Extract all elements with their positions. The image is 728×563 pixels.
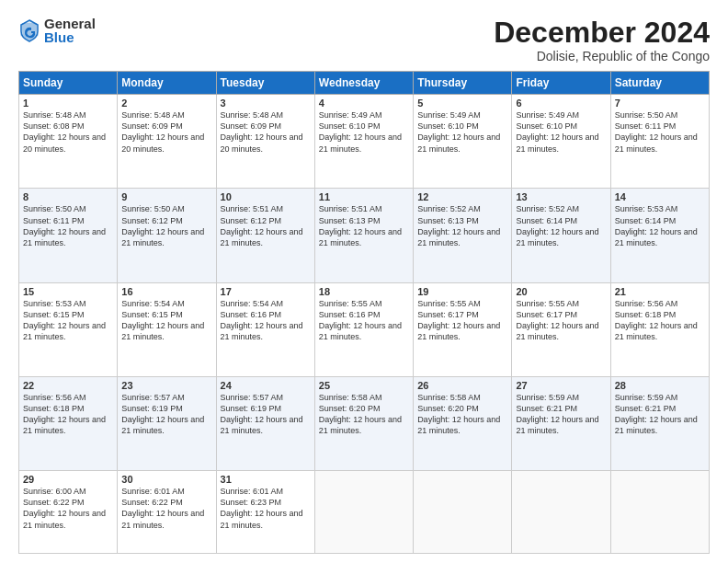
calendar-day-header: Wednesday — [314, 72, 413, 95]
day-info: Sunrise: 5:50 AMSunset: 6:11 PMDaylight:… — [23, 204, 106, 247]
day-info: Sunrise: 5:53 AMSunset: 6:14 PMDaylight:… — [615, 204, 698, 247]
day-number: 7 — [615, 98, 705, 109]
day-number: 24 — [221, 380, 311, 391]
calendar-day-header: Monday — [118, 72, 216, 95]
day-number: 8 — [23, 191, 113, 202]
day-number: 10 — [221, 191, 311, 202]
logo-text: General Blue — [44, 17, 96, 44]
day-info: Sunrise: 5:58 AMSunset: 6:20 PMDaylight:… — [319, 393, 402, 435]
calendar-cell: 8 Sunrise: 5:50 AMSunset: 6:11 PMDayligh… — [19, 189, 118, 282]
day-info: Sunrise: 5:56 AMSunset: 6:18 PMDaylight:… — [23, 393, 106, 435]
day-number: 28 — [615, 380, 705, 391]
calendar-cell: 1 Sunrise: 5:48 AMSunset: 6:08 PMDayligh… — [19, 95, 118, 189]
day-info: Sunrise: 5:58 AMSunset: 6:20 PMDaylight:… — [417, 393, 500, 435]
day-number: 6 — [516, 98, 606, 109]
day-number: 12 — [417, 191, 507, 202]
calendar-cell: 24 Sunrise: 5:57 AMSunset: 6:19 PMDaylig… — [216, 376, 314, 470]
day-info: Sunrise: 5:50 AMSunset: 6:11 PMDaylight:… — [615, 110, 698, 153]
calendar-cell: 9 Sunrise: 5:50 AMSunset: 6:12 PMDayligh… — [118, 189, 216, 282]
day-number: 22 — [23, 380, 113, 391]
day-number: 14 — [615, 191, 705, 202]
calendar-day-header: Thursday — [414, 72, 512, 95]
logo-general: General — [44, 17, 96, 30]
day-info: Sunrise: 5:54 AMSunset: 6:16 PMDaylight:… — [221, 299, 303, 341]
day-info: Sunrise: 5:50 AMSunset: 6:12 PMDaylight:… — [121, 204, 204, 247]
day-number: 29 — [23, 474, 113, 485]
day-info: Sunrise: 5:49 AMSunset: 6:10 PMDaylight:… — [516, 110, 598, 153]
calendar-week-row: 22 Sunrise: 5:56 AMSunset: 6:18 PMDaylig… — [19, 376, 710, 470]
logo: General Blue — [18, 17, 96, 44]
day-info: Sunrise: 6:00 AMSunset: 6:22 PMDaylight:… — [23, 487, 106, 529]
calendar-day-header: Tuesday — [216, 72, 314, 95]
calendar-cell: 26 Sunrise: 5:58 AMSunset: 6:20 PMDaylig… — [414, 376, 512, 470]
day-number: 13 — [516, 191, 606, 202]
day-number: 3 — [221, 98, 311, 109]
day-number: 20 — [516, 286, 606, 297]
calendar-cell: 11 Sunrise: 5:51 AMSunset: 6:13 PMDaylig… — [314, 189, 413, 282]
calendar-cell: 28 Sunrise: 5:59 AMSunset: 6:21 PMDaylig… — [610, 376, 709, 470]
logo-icon — [18, 17, 40, 43]
calendar-cell — [414, 471, 512, 554]
day-number: 25 — [319, 380, 409, 391]
day-info: Sunrise: 5:55 AMSunset: 6:16 PMDaylight:… — [319, 299, 402, 341]
title-block: December 2024 Dolisie, Republic of the C… — [494, 17, 710, 63]
day-info: Sunrise: 5:52 AMSunset: 6:14 PMDaylight:… — [516, 204, 598, 247]
day-info: Sunrise: 5:59 AMSunset: 6:21 PMDaylight:… — [615, 393, 698, 435]
day-info: Sunrise: 6:01 AMSunset: 6:22 PMDaylight:… — [121, 487, 204, 529]
calendar-cell: 29 Sunrise: 6:00 AMSunset: 6:22 PMDaylig… — [19, 471, 118, 554]
calendar-cell: 18 Sunrise: 5:55 AMSunset: 6:16 PMDaylig… — [314, 282, 413, 376]
calendar-cell: 7 Sunrise: 5:50 AMSunset: 6:11 PMDayligh… — [610, 95, 709, 189]
day-info: Sunrise: 5:55 AMSunset: 6:17 PMDaylight:… — [417, 299, 500, 341]
calendar-cell — [314, 471, 413, 554]
calendar-table: SundayMondayTuesdayWednesdayThursdayFrid… — [18, 71, 710, 554]
day-info: Sunrise: 5:57 AMSunset: 6:19 PMDaylight:… — [221, 393, 303, 435]
day-number: 17 — [221, 286, 311, 297]
day-number: 21 — [615, 286, 705, 297]
day-number: 15 — [23, 286, 113, 297]
calendar-cell: 6 Sunrise: 5:49 AMSunset: 6:10 PMDayligh… — [512, 95, 610, 189]
day-number: 5 — [417, 98, 507, 109]
calendar-cell: 17 Sunrise: 5:54 AMSunset: 6:16 PMDaylig… — [216, 282, 314, 376]
calendar-cell: 4 Sunrise: 5:49 AMSunset: 6:10 PMDayligh… — [314, 95, 413, 189]
day-number: 23 — [121, 380, 211, 391]
calendar-cell: 23 Sunrise: 5:57 AMSunset: 6:19 PMDaylig… — [118, 376, 216, 470]
calendar-cell: 27 Sunrise: 5:59 AMSunset: 6:21 PMDaylig… — [512, 376, 610, 470]
day-number: 11 — [319, 191, 409, 202]
calendar-cell: 14 Sunrise: 5:53 AMSunset: 6:14 PMDaylig… — [610, 189, 709, 282]
calendar-header-row: SundayMondayTuesdayWednesdayThursdayFrid… — [19, 72, 710, 95]
calendar-day-header: Saturday — [610, 72, 709, 95]
calendar-cell: 20 Sunrise: 5:55 AMSunset: 6:17 PMDaylig… — [512, 282, 610, 376]
day-info: Sunrise: 5:52 AMSunset: 6:13 PMDaylight:… — [417, 204, 500, 247]
day-number: 19 — [417, 286, 507, 297]
day-number: 9 — [121, 191, 211, 202]
day-info: Sunrise: 5:53 AMSunset: 6:15 PMDaylight:… — [23, 299, 106, 341]
day-info: Sunrise: 5:48 AMSunset: 6:08 PMDaylight:… — [23, 110, 106, 153]
day-number: 2 — [121, 98, 211, 109]
calendar-cell: 30 Sunrise: 6:01 AMSunset: 6:22 PMDaylig… — [118, 471, 216, 554]
day-info: Sunrise: 5:54 AMSunset: 6:15 PMDaylight:… — [121, 299, 204, 341]
month-title: December 2024 — [494, 17, 710, 49]
calendar-cell: 19 Sunrise: 5:55 AMSunset: 6:17 PMDaylig… — [414, 282, 512, 376]
day-number: 31 — [221, 474, 311, 485]
calendar-cell: 5 Sunrise: 5:49 AMSunset: 6:10 PMDayligh… — [414, 95, 512, 189]
day-info: Sunrise: 5:51 AMSunset: 6:12 PMDaylight:… — [221, 204, 303, 247]
calendar-cell: 31 Sunrise: 6:01 AMSunset: 6:23 PMDaylig… — [216, 471, 314, 554]
calendar-week-row: 29 Sunrise: 6:00 AMSunset: 6:22 PMDaylig… — [19, 471, 710, 554]
day-info: Sunrise: 5:57 AMSunset: 6:19 PMDaylight:… — [121, 393, 204, 435]
calendar-cell: 16 Sunrise: 5:54 AMSunset: 6:15 PMDaylig… — [118, 282, 216, 376]
calendar-week-row: 8 Sunrise: 5:50 AMSunset: 6:11 PMDayligh… — [19, 189, 710, 282]
day-number: 26 — [417, 380, 507, 391]
subtitle: Dolisie, Republic of the Congo — [494, 49, 710, 63]
day-number: 16 — [121, 286, 211, 297]
day-info: Sunrise: 5:48 AMSunset: 6:09 PMDaylight:… — [121, 110, 204, 153]
calendar-cell: 21 Sunrise: 5:56 AMSunset: 6:18 PMDaylig… — [610, 282, 709, 376]
day-info: Sunrise: 5:48 AMSunset: 6:09 PMDaylight:… — [221, 110, 303, 153]
calendar-cell: 2 Sunrise: 5:48 AMSunset: 6:09 PMDayligh… — [118, 95, 216, 189]
calendar-week-row: 1 Sunrise: 5:48 AMSunset: 6:08 PMDayligh… — [19, 95, 710, 189]
calendar-day-header: Sunday — [19, 72, 118, 95]
calendar-cell: 13 Sunrise: 5:52 AMSunset: 6:14 PMDaylig… — [512, 189, 610, 282]
day-info: Sunrise: 5:59 AMSunset: 6:21 PMDaylight:… — [516, 393, 598, 435]
day-info: Sunrise: 5:56 AMSunset: 6:18 PMDaylight:… — [615, 299, 698, 341]
day-number: 18 — [319, 286, 409, 297]
logo-blue: Blue — [44, 30, 96, 44]
